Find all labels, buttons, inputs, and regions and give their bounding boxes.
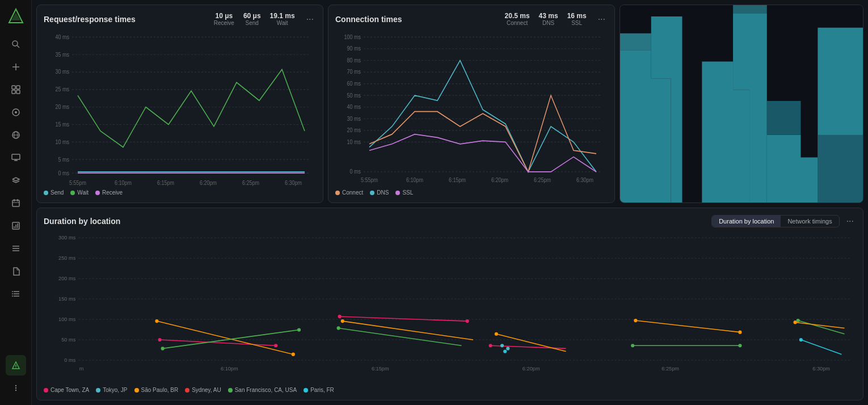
legend-cape-town-dot <box>44 388 48 393</box>
svg-line-134 <box>340 317 467 321</box>
request-response-card: Request/response times 10 μs Receive 60 … <box>36 5 323 203</box>
layers-icon[interactable] <box>6 170 26 191</box>
integrations-icon[interactable] <box>6 102 26 123</box>
active-icon[interactable] <box>6 355 26 376</box>
legend-connect: Connect <box>335 189 363 196</box>
svg-text:6:20pm: 6:20pm <box>200 179 217 186</box>
legend-sydney-dot <box>185 388 189 393</box>
legend-san-francisco: San Francisco, CA, USA <box>228 387 297 393</box>
svg-text:6:10pm: 6:10pm <box>406 177 423 184</box>
svg-text:0 ms: 0 ms <box>58 170 70 176</box>
svg-text:90 ms: 90 ms <box>347 45 361 52</box>
request-response-title: Request/response times <box>44 15 136 24</box>
stat-wait: 19.1 ms Wait <box>270 12 295 26</box>
sidebar <box>0 0 32 405</box>
connection-times-chart: 100 ms 90 ms 80 ms 70 ms 60 ms 50 ms 40 … <box>335 31 608 186</box>
svg-text:15 ms: 15 ms <box>56 121 70 128</box>
duration-more-button[interactable]: ··· <box>844 216 856 226</box>
svg-text:6:25pm: 6:25pm <box>242 179 259 186</box>
svg-point-144 <box>500 344 504 347</box>
tab-network-timings[interactable]: Network timings <box>781 216 838 227</box>
monitor-icon[interactable] <box>6 147 26 168</box>
legend-paris-label: Paris, FR <box>310 387 334 393</box>
legend-receive: Receive <box>95 189 123 196</box>
svg-text:6:30pm: 6:30pm <box>285 179 302 186</box>
svg-text:30 ms: 30 ms <box>347 115 361 122</box>
stat-send-value: 60 μs <box>243 12 261 20</box>
legend-cape-town: Cape Town, ZA <box>44 387 89 393</box>
svg-text:50 ms: 50 ms <box>61 337 75 343</box>
main-content: Request/response times 10 μs Receive 60 … <box>32 0 868 405</box>
legend-wait: Wait <box>70 189 89 196</box>
svg-text:40 ms: 40 ms <box>56 33 70 40</box>
request-response-stats: 10 μs Receive 60 μs Send 19.1 ms Wait ··… <box>214 12 316 26</box>
svg-text:150 ms: 150 ms <box>58 296 76 302</box>
request-response-more-button[interactable]: ··· <box>304 14 316 24</box>
stat-dns: 43 ms DNS <box>539 12 558 26</box>
svg-rect-15 <box>12 154 20 159</box>
globe-icon[interactable] <box>6 125 26 145</box>
svg-text:0 ms: 0 ms <box>350 168 361 175</box>
legend-sao-paulo-label: São Paulo, BR <box>141 387 179 393</box>
svg-point-37 <box>15 368 16 369</box>
svg-point-34 <box>12 296 13 297</box>
add-icon[interactable] <box>6 57 26 77</box>
svg-text:25 ms: 25 ms <box>56 86 70 93</box>
chart-tab-group: Duration by location Network timings <box>711 215 839 227</box>
svg-text:6:20pm: 6:20pm <box>491 177 508 184</box>
svg-text:0 ms: 0 ms <box>64 357 75 363</box>
stat-connect-value: 20.5 ms <box>505 12 530 20</box>
legend-receive-dot <box>95 191 100 195</box>
svg-text:6:30pm: 6:30pm <box>812 366 830 372</box>
svg-text:6:30pm: 6:30pm <box>576 177 593 184</box>
dashboard-icon[interactable] <box>6 79 26 100</box>
svg-point-149 <box>738 331 741 334</box>
search-icon[interactable] <box>6 34 26 54</box>
legend-ssl-label: SSL <box>402 189 413 196</box>
legend-sao-paulo-dot <box>134 388 139 393</box>
legend-send: Send <box>44 189 64 196</box>
legend-ssl-dot <box>395 191 400 195</box>
connection-times-title: Connection times <box>335 15 402 24</box>
list-icon[interactable] <box>6 284 26 304</box>
svg-point-33 <box>12 293 13 294</box>
stat-ssl-label: SSL <box>567 20 587 26</box>
svg-text:60 ms: 60 ms <box>347 80 361 87</box>
legend-wait-label: Wait <box>77 189 89 196</box>
connection-times-card: Connection times 20.5 ms Connect 43 ms D… <box>328 5 615 203</box>
legend-sao-paulo: São Paulo, BR <box>134 387 179 393</box>
svg-text:m: m <box>79 366 84 372</box>
legend-sydney-label: Sydney, AU <box>192 387 221 393</box>
request-response-legend: Send Wait Receive <box>44 189 316 196</box>
legend-dns-dot <box>370 191 374 195</box>
stat-connect-label: Connect <box>505 20 530 26</box>
stat-dns-label: DNS <box>539 20 558 26</box>
svg-line-158 <box>801 340 842 355</box>
connection-times-stats: 20.5 ms Connect 43 ms DNS 16 ms SSL ··· <box>505 12 608 26</box>
calendar-icon[interactable] <box>6 193 26 213</box>
svg-line-137 <box>343 321 473 340</box>
legend-connect-label: Connect <box>342 189 363 196</box>
legend-cape-town-label: Cape Town, ZA <box>50 387 89 393</box>
stacks-icon[interactable] <box>6 238 26 259</box>
legend-connect-dot <box>335 191 340 195</box>
tab-duration-by-location[interactable]: Duration by location <box>712 216 781 227</box>
svg-marker-99 <box>767 101 801 135</box>
file-icon[interactable] <box>6 261 26 281</box>
svg-point-132 <box>297 328 301 331</box>
svg-text:20 ms: 20 ms <box>347 127 361 134</box>
legend-dns: DNS <box>370 189 389 196</box>
legend-tokyo: Tokyo, JP <box>96 387 127 393</box>
connection-times-more-button[interactable]: ··· <box>596 14 608 24</box>
logo <box>7 7 25 25</box>
stat-receive: 10 μs Receive <box>214 12 234 26</box>
svg-text:300 ms: 300 ms <box>58 235 76 241</box>
svg-text:6:15pm: 6:15pm <box>372 366 389 372</box>
svg-point-38 <box>15 385 16 386</box>
more-icon[interactable] <box>6 378 26 398</box>
request-response-header: Request/response times 10 μs Receive 60 … <box>44 12 316 26</box>
svg-rect-7 <box>16 86 20 89</box>
reports-icon[interactable] <box>6 216 26 236</box>
svg-text:100 ms: 100 ms <box>344 33 361 40</box>
legend-san-francisco-dot <box>228 388 233 393</box>
